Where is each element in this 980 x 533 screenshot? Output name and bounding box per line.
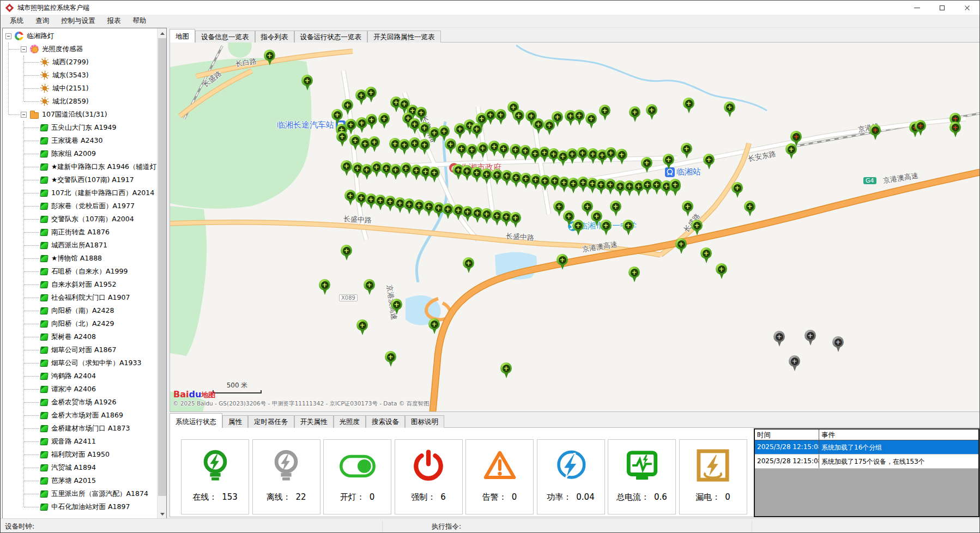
tree-item[interactable]: 汽贸城 A1894 — [3, 461, 158, 474]
map-pin-green[interactable] — [731, 182, 743, 193]
map-pin-green[interactable] — [415, 107, 427, 118]
map-pin-green[interactable] — [331, 109, 343, 120]
tree-item[interactable]: 石咀桥（自来水）A1999 — [3, 265, 158, 278]
map-tab-1[interactable]: 设备信息一览表 — [195, 31, 255, 43]
map-pin-green[interactable] — [577, 147, 588, 159]
map-pin-green[interactable] — [344, 190, 356, 201]
map-pin-green[interactable] — [481, 168, 492, 180]
map-pin-green[interactable] — [456, 143, 467, 154]
map-pin-green[interactable] — [466, 144, 477, 155]
map-pin-green[interactable] — [573, 110, 585, 121]
maximize-button[interactable] — [929, 1, 954, 15]
tree-item[interactable]: 城东(3543) — [3, 69, 158, 82]
tree-item[interactable]: 金桥农贸市场 A1926 — [3, 396, 158, 409]
map-pin-green[interactable] — [341, 245, 352, 256]
map-pin-green[interactable] — [605, 147, 616, 159]
map-pin-green[interactable] — [428, 318, 440, 330]
tree-item[interactable]: 南正街转盘 A1876 — [3, 226, 158, 239]
map-tab-0[interactable]: 地图 — [170, 29, 195, 43]
tree-item[interactable]: 中石化加油站对面 A1897 — [3, 500, 158, 513]
tree-item[interactable]: 107北（建新中路路口西）A2014 — [3, 186, 158, 199]
map-tab-2[interactable]: 指令列表 — [255, 31, 294, 43]
map-pin-green[interactable] — [341, 160, 352, 172]
map-pin-green[interactable] — [398, 139, 410, 150]
event-row[interactable]: 2025/3/28 12:15:08系统加载了175个设备，在线153个 — [755, 455, 978, 469]
map-pin-red[interactable] — [790, 131, 802, 142]
map-pin-green[interactable] — [319, 279, 330, 290]
map-pin-green[interactable] — [533, 118, 544, 130]
map-pin-green[interactable] — [616, 149, 627, 160]
tree-item[interactable]: 陈家组 A2009 — [3, 147, 158, 160]
tree-item[interactable]: 福利院对面 A1950 — [3, 448, 158, 461]
map-pin-green[interactable] — [368, 136, 380, 148]
map-pin-green[interactable] — [724, 101, 735, 113]
event-row[interactable]: 2025/3/28 12:15:08系统加载了16个分组 — [755, 440, 978, 455]
map-pin-gray[interactable] — [804, 330, 816, 341]
map-pin-green[interactable] — [500, 362, 512, 374]
map-pin-green[interactable] — [513, 110, 524, 121]
map-tab-4[interactable]: 开关回路属性一览表 — [367, 31, 441, 43]
map-pin-green[interactable] — [552, 111, 563, 123]
map-pin-green[interactable] — [364, 279, 375, 290]
map-pin-green[interactable] — [628, 266, 640, 278]
minimize-button[interactable] — [904, 1, 929, 15]
map-pin-green[interactable] — [498, 143, 509, 154]
scroll-up-arrow[interactable] — [158, 28, 167, 38]
scroll-thumb[interactable] — [158, 38, 166, 496]
tree-item[interactable]: 观音路 A2411 — [3, 435, 158, 448]
bottom-tab-5[interactable]: 搜索设备 — [366, 415, 405, 428]
tree-item[interactable]: 107国道沿线(31/31) — [3, 108, 158, 121]
map-pin-green[interactable] — [675, 238, 687, 250]
tree-item[interactable]: 社会福利院大门口 A1907 — [3, 291, 158, 304]
map-pin-green[interactable] — [428, 167, 440, 178]
tree-item[interactable]: 五里派出所（富源汽配）A1874 — [3, 487, 158, 500]
map-pin-green[interactable] — [669, 179, 681, 190]
map-pin-green[interactable] — [700, 247, 712, 259]
map-pin-green[interactable] — [485, 109, 496, 120]
tree-item[interactable]: ★建新中路路口东 A1946（辅道灯） — [3, 160, 158, 173]
map-pin-green[interactable] — [566, 148, 578, 160]
map-pin-green[interactable] — [301, 75, 313, 86]
menu-item-1[interactable]: 查询 — [29, 15, 55, 27]
tree-item[interactable]: ★博物馆 A1888 — [3, 252, 158, 265]
tree-expander-icon[interactable] — [21, 46, 27, 52]
map-pin-green[interactable] — [641, 157, 652, 168]
map-pin-green[interactable] — [553, 201, 565, 212]
bottom-tab-3[interactable]: 开关属性 — [294, 415, 334, 428]
map-pin-gray[interactable] — [789, 355, 800, 367]
map-pin-gray[interactable] — [773, 331, 785, 342]
map-pin-green[interactable] — [703, 154, 715, 165]
map-pin-green[interactable] — [585, 113, 597, 124]
tree-item[interactable]: ★交警队西(107南) A1917 — [3, 173, 158, 186]
map-canvas[interactable]: 500 米 Baidu地图 © 2025 Baidu - GS(2023)320… — [170, 43, 980, 412]
tree-item[interactable]: 金桥建材市场门口 A1873 — [3, 422, 158, 435]
map-pin-green[interactable] — [391, 299, 402, 310]
map-pin-green[interactable] — [378, 113, 390, 124]
map-pin-green[interactable] — [356, 319, 368, 331]
tree-item[interactable]: 烟草公司（求知中学）A1933 — [3, 356, 158, 370]
tree-item[interactable]: 向阳桥（南）A2428 — [3, 304, 158, 317]
menu-item-2[interactable]: 控制与设置 — [55, 15, 101, 27]
map-pin-green[interactable] — [400, 162, 412, 174]
tree-item[interactable]: 谭家冲 A2406 — [3, 383, 158, 396]
map-pin-red[interactable] — [915, 120, 926, 131]
map-pin-green[interactable] — [622, 220, 634, 231]
tree-item[interactable]: 城西派出所A1871 — [3, 239, 158, 252]
map-pin-green[interactable] — [744, 201, 755, 212]
tree-item[interactable]: 王家珑巷 A2430 — [3, 134, 158, 147]
map-pin-green[interactable] — [681, 143, 692, 154]
bottom-tab-1[interactable]: 属性 — [222, 415, 248, 428]
tree-item[interactable]: 彭家巷（党校后面）A1977 — [3, 199, 158, 213]
map-pin-green[interactable] — [345, 119, 356, 130]
map-pin-green[interactable] — [582, 201, 593, 212]
map-pin-green[interactable] — [385, 351, 396, 362]
map-pin-green[interactable] — [556, 254, 568, 265]
menu-item-4[interactable]: 帮助 — [127, 15, 153, 27]
map-pin-green[interactable] — [419, 139, 430, 150]
tree-item[interactable]: 城北(2859) — [3, 95, 158, 108]
map-pin-green[interactable] — [591, 210, 602, 222]
tree-item[interactable]: 交警队东（107南）A2004 — [3, 213, 158, 226]
tree-item[interactable]: 城中(2151) — [3, 82, 158, 95]
tree-item[interactable]: 向阳桥（北）A2429 — [3, 317, 158, 330]
map-pin-green[interactable] — [646, 104, 657, 116]
